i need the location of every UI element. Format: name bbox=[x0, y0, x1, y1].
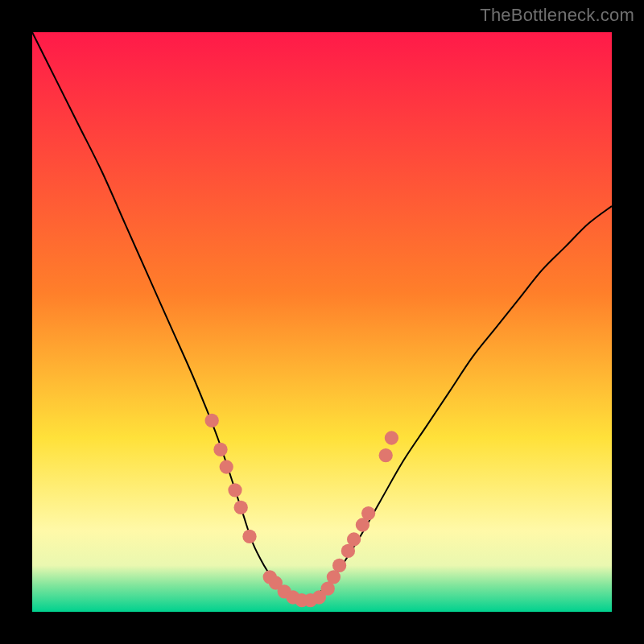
data-point bbox=[379, 448, 393, 462]
data-point bbox=[242, 530, 256, 543]
data-point bbox=[213, 443, 227, 456]
data-point bbox=[228, 483, 242, 497]
data-point bbox=[347, 532, 361, 546]
gradient-background bbox=[32, 32, 612, 612]
data-point bbox=[205, 414, 219, 427]
chart-container: TheBottleneck.com bbox=[0, 0, 644, 644]
watermark-text: TheBottleneck.com bbox=[480, 5, 634, 26]
plot-svg bbox=[32, 32, 612, 612]
plot-area bbox=[32, 32, 612, 612]
data-point bbox=[332, 559, 346, 572]
data-point bbox=[234, 501, 248, 514]
data-point bbox=[385, 431, 398, 444]
data-point bbox=[361, 506, 375, 520]
data-point bbox=[220, 460, 233, 473]
